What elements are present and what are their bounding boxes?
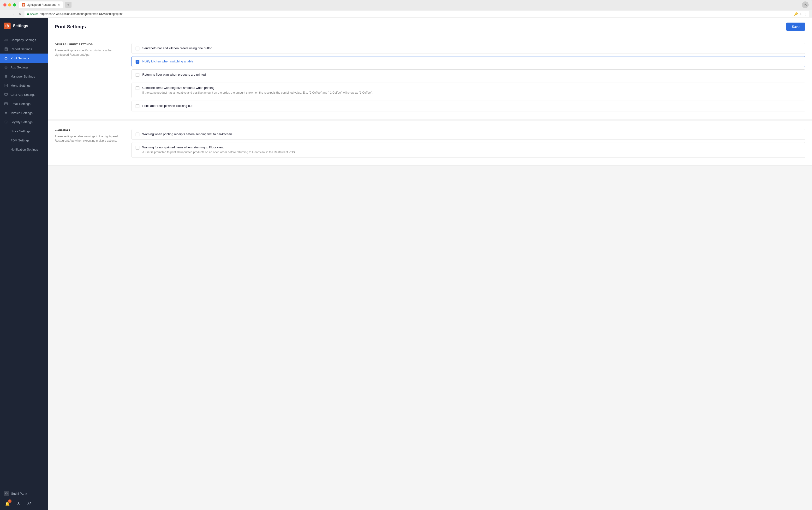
sidebar-label-fdm: FDM Settings (10, 139, 30, 142)
svg-point-0 (23, 4, 25, 6)
titlebar: Lightspeed Restaurant ✕ + (0, 0, 812, 9)
svg-point-13 (7, 58, 7, 59)
browser-profile-icon[interactable] (802, 1, 809, 8)
key-icon[interactable]: 🔑 (794, 12, 798, 16)
svg-rect-5 (6, 39, 6, 41)
svg-rect-6 (7, 39, 7, 41)
tab-close-button[interactable]: ✕ (57, 3, 60, 6)
checkbox-print-labor-label: Print labor receipt when clocking out (142, 104, 801, 108)
sidebar-item-app[interactable]: App Settings (0, 63, 48, 72)
sidebar-label-loyalty: Loyalty Settings (10, 120, 33, 124)
loyalty-icon: ? (4, 120, 8, 124)
refresh-button[interactable]: ↻ (17, 11, 23, 17)
secure-badge: Secure (27, 12, 38, 16)
sidebar-item-cfd[interactable]: CFD App Settings (0, 90, 48, 99)
sidebar-item-fdm[interactable]: FDM Settings (0, 136, 48, 145)
sidebar-item-print[interactable]: Print Settings (0, 54, 48, 63)
content-scroll[interactable]: GENERAL PRINT SETTINGS These settings ar… (48, 35, 812, 510)
section-general-title: GENERAL PRINT SETTINGS (55, 43, 122, 46)
menu-dots-icon[interactable]: ⋮ (804, 12, 807, 16)
tab-bar: Lightspeed Restaurant ✕ + (19, 1, 802, 8)
sidebar-item-report[interactable]: Report Settings (0, 45, 48, 54)
sidebar-nav: Company Settings Report Settings Print S… (0, 33, 48, 486)
back-button[interactable]: ← (3, 11, 8, 17)
checkbox-warning-bar-kitchen[interactable]: Warning when printing receipts before se… (131, 129, 805, 140)
checkbox-return-floor-input[interactable] (136, 73, 140, 77)
sidebar-item-email[interactable]: Email Settings (0, 99, 48, 108)
browser-tab[interactable]: Lightspeed Restaurant ✕ (19, 1, 63, 8)
url-field[interactable]: Secure https://nae2-web.posios.com/manag… (25, 11, 809, 17)
sidebar-footer: 🍽 Sushi Party 🔔 1 (0, 486, 48, 510)
section-warnings-controls: Warning when printing receipts before se… (131, 129, 805, 158)
svg-rect-22 (5, 103, 7, 105)
notification-icon (4, 147, 8, 151)
checkbox-warning-non-printed[interactable]: Warning for non-printed items when retur… (131, 142, 805, 158)
page-title: Print Settings (55, 24, 86, 30)
svg-point-28 (30, 502, 31, 503)
sidebar-label-report: Report Settings (10, 47, 32, 51)
sidebar-label-app: App Settings (10, 65, 28, 69)
section-warnings-desc: These settings enable warnings in the Li… (55, 134, 122, 143)
svg-rect-16 (5, 84, 7, 87)
user-button[interactable] (15, 500, 22, 507)
footer-actions: 🔔 1 (4, 498, 44, 507)
checkbox-print-labor[interactable]: Print labor receipt when clocking out (131, 101, 805, 111)
checkbox-return-floor-label: Return to floor plan when products are p… (142, 73, 801, 76)
close-window-button[interactable] (3, 3, 6, 6)
new-tab-button[interactable]: + (65, 2, 71, 8)
layers-icon (4, 74, 8, 79)
checkbox-combine-items[interactable]: Combine items with negative amounts when… (131, 83, 805, 98)
sidebar-label-company: Company Settings (10, 38, 36, 42)
sidebar-header: Settings (0, 18, 48, 33)
checkbox-notify-kitchen-input[interactable] (136, 60, 140, 64)
maximize-window-button[interactable] (13, 3, 16, 6)
section-warnings-info: WARNINGS These settings enable warnings … (55, 129, 122, 158)
star-icon[interactable]: ☆ (799, 12, 802, 16)
svg-rect-12 (5, 57, 7, 58)
checkbox-warning-non-printed-input[interactable] (136, 146, 140, 149)
sidebar-item-stock[interactable]: Stock Settings (0, 126, 48, 136)
checkbox-send-both-input[interactable] (136, 47, 140, 50)
section-general-info: GENERAL PRINT SETTINGS These settings ar… (55, 43, 122, 111)
checkbox-notify-kitchen[interactable]: Notify kitchen when switching a table (131, 56, 805, 67)
checkbox-combine-items-input[interactable] (136, 86, 140, 90)
sidebar-item-menu[interactable]: Menu Settings (0, 81, 48, 90)
switch-account-button[interactable] (26, 500, 33, 507)
sidebar-label-email: Email Settings (10, 102, 30, 106)
checkbox-combine-items-sublabel: If the same product has a negative and p… (142, 91, 801, 95)
checkbox-print-labor-input[interactable] (136, 104, 140, 108)
sidebar-item-manager[interactable]: Manager Settings (0, 72, 48, 81)
sidebar-item-company[interactable]: Company Settings (0, 35, 48, 45)
restaurant-name: Sushi Party (11, 492, 27, 495)
sidebar-label-stock: Stock Settings (10, 130, 30, 133)
notification-badge: 1 (8, 500, 11, 503)
checkbox-warning-non-printed-label: Warning for non-printed items when retur… (142, 145, 801, 149)
checkbox-warning-bar-kitchen-label: Warning when printing receipts before se… (142, 132, 801, 136)
svg-point-3 (7, 25, 8, 27)
address-actions: 🔑 ☆ ⋮ (794, 12, 807, 16)
save-button[interactable]: Save (786, 23, 805, 31)
app-logo (4, 23, 10, 29)
checkbox-send-both[interactable]: Send both bar and kitchen orders using o… (131, 43, 805, 54)
sidebar-label-menu: Menu Settings (10, 84, 30, 87)
section-general: GENERAL PRINT SETTINGS These settings ar… (48, 35, 812, 119)
page-header: Print Settings Save (48, 18, 812, 35)
restaurant-icon: 🍽 (4, 491, 9, 496)
print-icon (4, 56, 8, 60)
sidebar-item-notification[interactable]: Notification Settings (0, 145, 48, 154)
checkbox-return-floor[interactable]: Return to floor plan when products are p… (131, 69, 805, 80)
notifications-button[interactable]: 🔔 1 (4, 500, 11, 507)
menu-icon (4, 83, 8, 88)
tab-title: Lightspeed Restaurant (27, 3, 56, 6)
minimize-window-button[interactable] (8, 3, 11, 6)
app-container: Settings Company Settings Report Setting… (0, 18, 812, 510)
sidebar-item-invoice[interactable]: Invoice Settings (0, 108, 48, 117)
stock-icon (4, 129, 8, 133)
svg-point-23 (5, 112, 7, 114)
forward-button[interactable]: → (10, 11, 16, 17)
address-bar: ← → ↻ Secure https://nae2-web.posios.com… (0, 9, 812, 18)
svg-rect-19 (5, 93, 7, 95)
checkbox-warning-bar-kitchen-input[interactable] (136, 133, 140, 136)
checkbox-notify-kitchen-label: Notify kitchen when switching a table (142, 60, 801, 63)
sidebar-item-loyalty[interactable]: ? Loyalty Settings (0, 117, 48, 126)
